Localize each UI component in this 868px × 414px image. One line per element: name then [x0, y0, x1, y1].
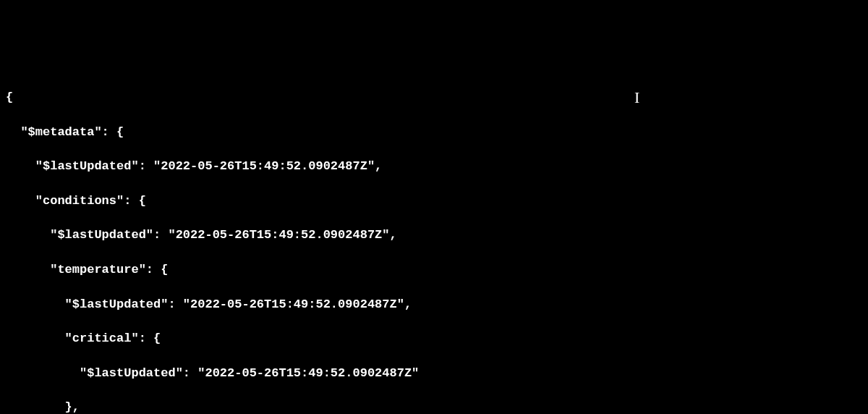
code-line: "$lastUpdated": "2022-05-26T15:49:52.090…: [6, 158, 862, 175]
code-line: "$lastUpdated": "2022-05-26T15:49:52.090…: [6, 365, 862, 382]
code-line: "critical": {: [6, 330, 862, 347]
code-line: },: [6, 399, 862, 414]
json-output-block[interactable]: { "$metadata": { "$lastUpdated": "2022-0…: [6, 72, 862, 414]
code-line: "$lastUpdated": "2022-05-26T15:49:52.090…: [6, 227, 862, 244]
code-line: "temperature": {: [6, 261, 862, 279]
code-line: "$lastUpdated": "2022-05-26T15:49:52.090…: [6, 296, 862, 313]
code-line: {: [6, 89, 862, 106]
text-cursor-icon: I: [634, 87, 639, 109]
code-line: "conditions": {: [6, 193, 862, 210]
code-line: "$metadata": {: [6, 124, 862, 141]
